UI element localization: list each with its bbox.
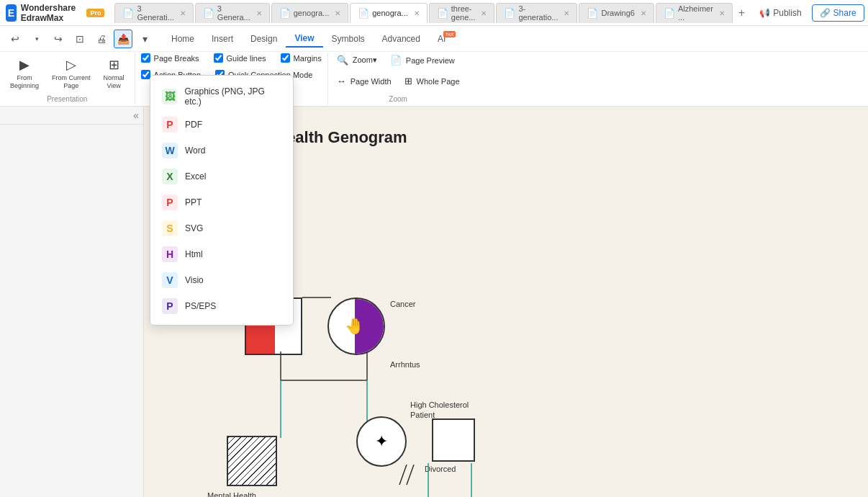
ribbon-tabs: Home Insert Design View Symbols Advanced…	[157, 30, 460, 48]
tab-5[interactable]: 📄 3-generatio... ✕	[496, 3, 577, 23]
zoom-label: Zoom▾	[353, 55, 377, 65]
main-area: « Generation Health Genogram HeartDiseas…	[0, 107, 868, 497]
action-button-input[interactable]	[141, 70, 150, 79]
export-html[interactable]: H Html	[150, 241, 293, 267]
whole-page-button[interactable]: ⊞ Whole Page	[402, 74, 463, 88]
publish-icon: 📢	[759, 8, 770, 18]
html-label: Html	[185, 249, 203, 259]
publish-button[interactable]: 📢 Publish	[754, 5, 807, 21]
tab-0-close[interactable]: ✕	[180, 9, 186, 17]
page-width-button[interactable]: ↔ Page Width	[334, 74, 394, 88]
tab-5-close[interactable]: ✕	[564, 9, 569, 17]
zoom-button[interactable]: 🔍 Zoom▾	[334, 53, 380, 67]
tab-3-close[interactable]: ✕	[414, 9, 420, 17]
tab-2-close[interactable]: ✕	[335, 9, 340, 17]
undo-dropdown[interactable]: ▾	[27, 30, 46, 48]
whole-page-icon: ⊞	[404, 76, 412, 86]
app-name: Wondershare EdrawMax	[21, 3, 83, 23]
undo-button[interactable]: ↩	[6, 30, 24, 48]
tab-home[interactable]: Home	[163, 31, 203, 47]
export-dropdown: 🖼 Graphics (PNG, JPG etc.) P PDF W Word …	[150, 75, 294, 326]
normal-view-icon: ⊞	[109, 57, 119, 73]
tab-3[interactable]: 📄 genogra... ✕	[350, 3, 428, 23]
word-label: Word	[185, 145, 205, 156]
tab-7[interactable]: 📄 Alzheimer ... ✕	[656, 3, 733, 23]
title-bar: E Wondershare EdrawMax Pro 📄 3 Generati.…	[0, 0, 868, 26]
tab-6[interactable]: 📄 Drawing6 ✕	[579, 3, 654, 23]
export-visio[interactable]: V Visio	[150, 267, 293, 293]
page-breaks-checkbox[interactable]: Page Breaks	[141, 53, 199, 63]
normal-view-button[interactable]: ⊞ NormalView	[99, 55, 129, 92]
tab-7-close[interactable]: ✕	[719, 9, 725, 17]
redo-button[interactable]: ↪	[49, 30, 68, 48]
from-current-button[interactable]: ▷ From CurrentPage	[48, 55, 95, 92]
tab-ai[interactable]: AI hot	[429, 31, 454, 47]
pdf-icon: P	[162, 117, 178, 133]
tab-bar: 📄 3 Generati... ✕ 📄 3 Genera... ✕ 📄 geno…	[114, 3, 749, 23]
export-word[interactable]: W Word	[150, 138, 293, 164]
tab-1[interactable]: 📄 3 Genera... ✕	[195, 3, 270, 23]
visio-label: Visio	[185, 275, 204, 285]
normal-view-label: NormalView	[104, 74, 125, 90]
export-button[interactable]: 📤	[114, 30, 132, 48]
page-breaks-label: Page Breaks	[154, 54, 199, 63]
diagram-mental-health	[227, 436, 277, 486]
quick-access-toolbar: ↩ ▾ ↪ ⊡ 🖨 📤 ▾	[6, 30, 154, 48]
sidebar-top: «	[0, 107, 143, 125]
svg-label: SVG	[185, 223, 203, 233]
cancer-label: Cancer	[390, 300, 415, 308]
add-tab-button[interactable]: +	[734, 6, 749, 19]
more-button[interactable]: ▾	[135, 30, 154, 48]
tab-design[interactable]: Design	[242, 31, 286, 47]
graphics-icon: 🖼	[162, 89, 177, 104]
zoom-buttons: 🔍 Zoom▾ 📄 Page Preview ↔ Page Width ⊞ Wh…	[334, 53, 463, 94]
ppt-label: PPT	[185, 197, 202, 207]
export-graphics[interactable]: 🖼 Graphics (PNG, JPG etc.)	[150, 81, 293, 112]
guide-lines-checkbox[interactable]: Guide lines	[214, 53, 266, 63]
tab-5-label: 3-generatio...	[518, 4, 558, 22]
export-svg[interactable]: S SVG	[150, 215, 293, 241]
margins-input[interactable]	[281, 53, 290, 63]
tab-0[interactable]: 📄 3 Generati... ✕	[114, 3, 193, 23]
tab-symbols[interactable]: Symbols	[323, 31, 374, 47]
from-beginning-button[interactable]: ▶ FromBeginning	[6, 55, 43, 92]
diagram-divorced-square	[432, 418, 475, 462]
share-label: Share	[833, 8, 856, 18]
share-button[interactable]: 🔗 Share	[812, 4, 864, 22]
tab-advanced[interactable]: Advanced	[374, 31, 429, 47]
share-icon: 🔗	[820, 8, 831, 18]
tab-4[interactable]: 📄 three-gene... ✕	[429, 3, 495, 23]
export-pdf[interactable]: P PDF	[150, 112, 293, 138]
fit-button[interactable]: ⊡	[71, 30, 89, 48]
diagram-cholesterol: ✦	[356, 416, 407, 467]
svg-icon: S	[162, 220, 178, 236]
export-ppt[interactable]: P PPT	[150, 189, 293, 215]
presentation-group: ▶ FromBeginning ▷ From CurrentPage ⊞ Nor…	[0, 53, 135, 104]
export-ps[interactable]: P PS/EPS	[150, 293, 293, 319]
page-breaks-input[interactable]	[141, 53, 150, 63]
publish-label: Publish	[773, 8, 801, 18]
guide-lines-input[interactable]	[214, 53, 223, 63]
margins-checkbox[interactable]: Margins	[281, 53, 322, 63]
export-excel[interactable]: X Excel	[150, 164, 293, 189]
pro-badge: Pro	[86, 9, 104, 17]
mental-health-label: Mental HealthDisorder	[207, 491, 256, 497]
html-icon: H	[162, 246, 178, 262]
app-icon: E	[6, 4, 17, 22]
tab-6-close[interactable]: ✕	[641, 9, 646, 17]
print-button[interactable]: 🖨	[92, 30, 111, 48]
from-current-label: From CurrentPage	[52, 74, 91, 90]
page-preview-button[interactable]: 📄 Page Preview	[387, 53, 458, 67]
tab-view[interactable]: View	[286, 30, 322, 48]
tab-4-close[interactable]: ✕	[481, 9, 487, 17]
connector-top-h	[302, 294, 331, 301]
tab-6-label: Drawing6	[601, 9, 634, 17]
ps-icon: P	[162, 298, 178, 314]
page-preview-icon: 📄	[390, 55, 402, 66]
tab-2[interactable]: 📄 genogra... ✕	[271, 3, 349, 23]
tab-insert[interactable]: Insert	[203, 31, 242, 47]
from-beginning-icon: ▶	[19, 57, 30, 73]
collapse-sidebar-button[interactable]: «	[133, 109, 139, 121]
tab-1-close[interactable]: ✕	[256, 9, 262, 17]
tab-7-label: Alzheimer ...	[678, 4, 713, 22]
